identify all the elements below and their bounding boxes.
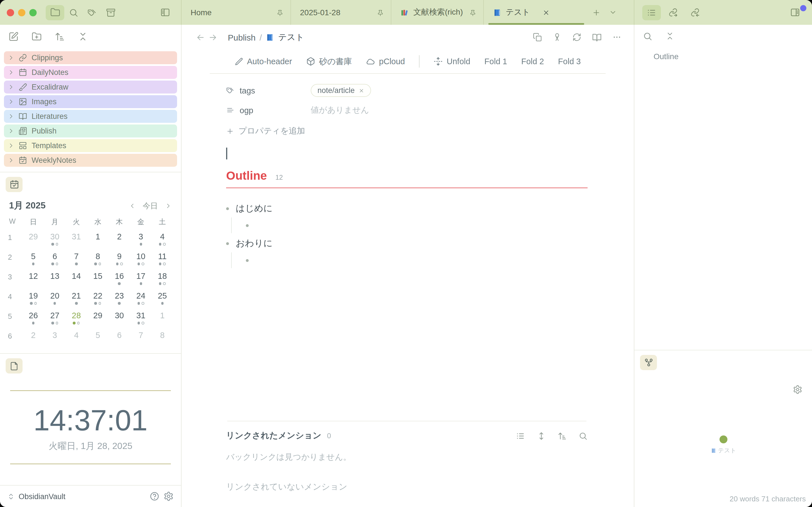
property-key[interactable]: tags [226, 86, 311, 95]
calendar-day[interactable]: 26 [22, 311, 44, 330]
incoming-links-button[interactable] [686, 5, 705, 20]
calendar-week-number[interactable]: 6 [8, 330, 22, 350]
calendar-day[interactable]: 1 [87, 231, 109, 251]
unfold-button[interactable]: Unfold [434, 57, 470, 66]
chevron-right-icon[interactable] [8, 113, 14, 119]
property-key[interactable]: ogp [226, 106, 311, 115]
calendar-day[interactable]: 4 [66, 330, 87, 350]
folder-item-excalidraw[interactable]: Excalidraw [4, 80, 177, 94]
folder-item-images[interactable]: Images [4, 95, 177, 108]
navigate-forward-button[interactable] [206, 33, 219, 42]
pin-icon[interactable] [276, 9, 284, 16]
calendar-day[interactable]: 8 [152, 330, 173, 350]
breadcrumb-folder[interactable]: Publish [228, 33, 255, 42]
tab-list-dropdown-button[interactable] [605, 0, 621, 25]
remove-tag-icon[interactable] [359, 88, 364, 93]
calendar-day[interactable]: 27 [44, 311, 65, 330]
note-editor[interactable]: tags note/article ogp 値がありません [182, 74, 634, 507]
list-subitem[interactable] [231, 252, 588, 268]
folder-item-literatures[interactable]: Literatures [4, 110, 177, 123]
sync-status-indicator[interactable] [800, 5, 806, 11]
calendar-day[interactable]: 1 [152, 311, 173, 330]
close-window-button[interactable] [7, 9, 14, 16]
calendar-day[interactable]: 24 [130, 291, 151, 311]
calendar-view-tab[interactable] [6, 177, 22, 192]
tab-literature-search[interactable]: 文献検索(rich) [391, 0, 484, 25]
chevron-right-icon[interactable] [8, 69, 14, 75]
calendar-week-number[interactable]: 3 [8, 271, 22, 291]
sort-icon[interactable] [558, 431, 567, 440]
calendar-day[interactable]: 2 [22, 330, 44, 350]
new-note-button[interactable] [6, 29, 21, 45]
expand-collapse-icon[interactable] [537, 431, 546, 440]
calendar-day[interactable]: 2 [109, 231, 130, 251]
outline-heading[interactable]: Outline 12 [226, 169, 588, 188]
tag-value[interactable]: note/article [317, 86, 355, 95]
calendar-day[interactable]: 29 [87, 311, 109, 330]
calendar-day[interactable]: 18 [152, 271, 173, 291]
calendar-day[interactable]: 9 [109, 251, 130, 271]
calendar-day[interactable]: 19 [22, 291, 44, 311]
calendar-day[interactable]: 3 [130, 231, 151, 251]
breadcrumb-note-title[interactable]: テスト [278, 32, 304, 43]
more-options-icon[interactable] [612, 33, 621, 42]
outline-panel-item[interactable]: Outline [635, 47, 812, 61]
calendar-day[interactable]: 17 [130, 271, 151, 291]
fold-2-button[interactable]: Fold 2 [521, 57, 544, 66]
ribbon-icon[interactable] [553, 33, 562, 42]
chevron-right-icon[interactable] [8, 157, 14, 163]
files-ribbon-button[interactable] [46, 5, 64, 20]
tab-daily-note[interactable]: 2025-01-28 [291, 0, 391, 25]
reading-view-icon[interactable] [592, 33, 602, 42]
tags-ribbon-button[interactable] [83, 5, 101, 20]
calendar-day[interactable]: 12 [22, 271, 44, 291]
chevron-right-icon[interactable] [8, 128, 14, 134]
calendar-day[interactable]: 4 [152, 231, 173, 251]
search-ribbon-button[interactable] [64, 5, 83, 20]
calendar-day[interactable]: 16 [109, 271, 130, 291]
folder-item-weeklynotes[interactable]: WeeklyNotes [4, 154, 177, 167]
calendar-day[interactable]: 5 [22, 251, 44, 271]
calendar-day[interactable]: 14 [66, 271, 87, 291]
calendar-day[interactable]: 6 [44, 251, 65, 271]
calendar-day[interactable]: 13 [44, 271, 65, 291]
help-button[interactable] [149, 491, 160, 501]
chevron-right-icon[interactable] [8, 84, 14, 90]
list-item-text[interactable]: おわりに [236, 237, 273, 249]
calendar-day[interactable]: 31 [130, 311, 151, 330]
minimize-window-button[interactable] [18, 9, 26, 16]
file-view-tab[interactable] [6, 358, 22, 374]
property-empty-value[interactable]: 値がありません [311, 105, 369, 115]
calendar-day[interactable]: 15 [87, 271, 109, 291]
calendar-day[interactable]: 7 [66, 251, 87, 271]
list-subitem[interactable] [231, 217, 588, 233]
calendar-day-today[interactable]: 28 [66, 311, 87, 330]
unlinked-mentions-title[interactable]: リンクされていないメンション [226, 482, 588, 492]
folder-item-publish[interactable]: Publish [4, 124, 177, 137]
bullet-list[interactable]: はじめに おわりに [226, 201, 588, 270]
new-tab-button[interactable] [588, 0, 605, 25]
calendar-next-button[interactable] [165, 202, 172, 210]
copy-icon[interactable] [533, 33, 542, 42]
chevron-right-icon[interactable] [8, 55, 14, 61]
chevrons-down-up-icon[interactable] [665, 32, 674, 41]
folder-item-clippings[interactable]: Clippings [4, 51, 177, 64]
calendar-day[interactable]: 6 [109, 330, 130, 350]
outgoing-links-button[interactable] [664, 5, 683, 20]
pin-icon[interactable] [469, 9, 476, 16]
calendar-day[interactable]: 25 [152, 291, 173, 311]
chevron-right-icon[interactable] [8, 99, 14, 105]
sand-archive-button[interactable]: 砂の書庫 [306, 56, 352, 67]
list-item[interactable]: おわりに [226, 235, 588, 251]
close-tab-icon[interactable] [543, 9, 550, 16]
search-icon[interactable] [643, 31, 652, 41]
pin-icon[interactable] [377, 9, 384, 16]
sort-order-button[interactable] [52, 29, 68, 45]
vault-name[interactable]: ObsidianVault [18, 492, 65, 501]
search-icon[interactable] [578, 431, 588, 440]
list-item-text[interactable]: はじめに [236, 203, 273, 214]
calendar-day[interactable]: 5 [87, 330, 109, 350]
calendar-day[interactable]: 7 [130, 330, 151, 350]
calendar-day[interactable]: 11 [152, 251, 173, 271]
pcloud-button[interactable]: pCloud [366, 57, 405, 66]
